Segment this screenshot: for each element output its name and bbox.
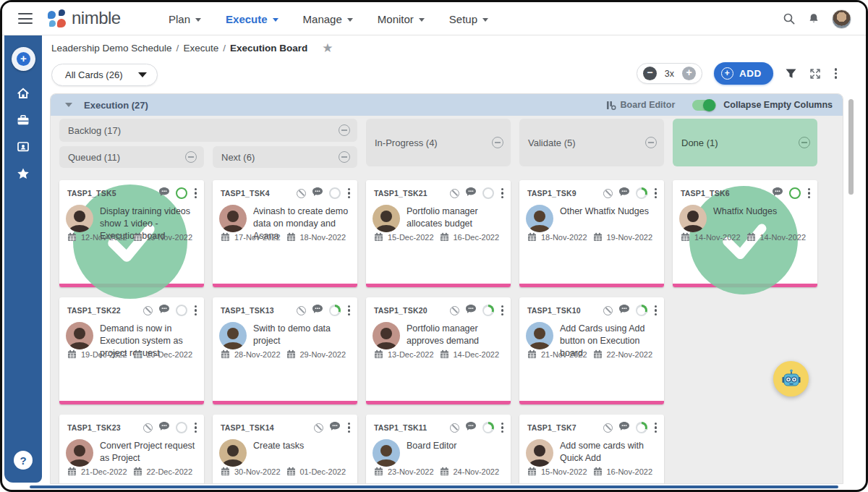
task-card[interactable]: TASP1_TSK14 Create tasks [213,415,357,484]
nav-menu-setup[interactable]: Setup [449,13,488,25]
filter-funnel-icon[interactable] [785,68,797,80]
add-card-button[interactable]: + ADD [714,62,773,85]
user-avatar[interactable] [832,9,851,29]
comment-icon[interactable] [158,421,170,434]
progress-ring-icon[interactable] [482,305,494,316]
robot-bot-icon[interactable] [773,361,809,396]
blocked-icon[interactable] [450,423,459,433]
card-menu-icon[interactable] [193,422,198,433]
blocked-icon[interactable] [603,306,613,315]
blocked-icon[interactable] [450,189,459,198]
blocked-icon[interactable] [603,189,613,198]
progress-ring-icon[interactable] [789,187,801,199]
kebab-menu-icon[interactable] [833,67,838,79]
collapse-empty-columns-toggle[interactable] [692,100,716,111]
nav-menu-manage[interactable]: Manage [303,13,353,25]
card-menu-icon[interactable] [500,305,505,316]
progress-ring-icon[interactable] [329,187,341,199]
progress-ring-icon[interactable] [329,305,341,316]
breadcrumb-item[interactable]: Execute [183,43,218,54]
collapse-caret-icon[interactable] [65,103,72,107]
help-icon[interactable]: ? [14,451,33,470]
vertical-scrollbar[interactable] [848,99,854,195]
comment-icon[interactable] [312,304,323,317]
column-header-next[interactable]: Next (6) [213,146,357,168]
task-card[interactable]: TASP1_TSK4 Avinash to creat [213,180,357,287]
progress-ring-icon[interactable] [176,422,187,433]
column-header-backlog[interactable]: Backlog (17) [59,119,357,142]
comment-icon[interactable] [158,187,170,200]
blocked-icon[interactable] [297,306,306,315]
home-icon[interactable] [16,86,30,101]
collapse-minus-icon[interactable] [645,137,657,148]
task-card[interactable]: TASP1_TSK6 Whatfix Nudges 14-Nov-2022 [673,180,817,287]
nav-menu-execute[interactable]: Execute [226,13,278,25]
board-editor-button[interactable]: Board Editor [605,100,676,111]
column-header-queued[interactable]: Queued (11) [59,146,204,168]
favorite-star-icon[interactable]: ★ [322,41,333,56]
card-menu-icon[interactable] [807,187,812,199]
collapse-minus-icon[interactable] [185,151,197,163]
progress-ring-icon[interactable] [176,187,187,199]
card-menu-icon[interactable] [653,305,658,316]
task-card[interactable]: TASP1_TSK22 Demand is now i [59,297,204,404]
comment-icon[interactable] [465,187,477,200]
comment-icon[interactable] [465,421,477,434]
task-card[interactable]: TASP1_TSK11 Board Editor 23- [366,415,511,484]
task-card[interactable]: TASP1_TSK21 Portfolio manager allocates … [366,180,511,287]
cards-filter-dropdown[interactable]: All Cards (26) [51,64,158,86]
favorites-star-icon[interactable] [16,166,30,181]
card-menu-icon[interactable] [346,305,352,316]
blocked-icon[interactable] [297,189,306,198]
briefcase-icon[interactable] [16,113,30,127]
comment-icon[interactable] [312,187,323,200]
sidebar-add-button[interactable]: + [12,47,35,71]
blocked-icon[interactable] [450,306,459,315]
column-header-validate[interactable]: Validate (5) [519,119,664,166]
card-menu-icon[interactable] [500,187,505,199]
progress-ring-icon[interactable] [636,422,647,433]
comment-icon[interactable] [618,187,630,200]
blocked-icon[interactable] [603,423,613,433]
collapse-minus-icon[interactable] [339,124,350,136]
task-card[interactable]: TASP1_TSK9 Other Whatfix Nudges [519,180,664,287]
collapse-minus-icon[interactable] [492,137,503,148]
task-card[interactable]: TASP1_TSK20 Portfolio manager approves d… [366,297,511,404]
collapse-minus-icon[interactable] [799,137,810,148]
card-menu-icon[interactable] [346,187,352,199]
card-menu-icon[interactable] [346,422,352,433]
bell-icon[interactable] [807,12,820,25]
blocked-icon[interactable] [314,423,323,433]
comment-icon[interactable] [329,421,341,434]
blocked-icon[interactable] [143,306,153,315]
task-card[interactable]: TASP1_TSK5 Display training videos show … [59,180,204,287]
card-menu-icon[interactable] [193,187,198,199]
expand-icon[interactable] [809,67,822,80]
brand-logo[interactable]: nimble [47,8,121,28]
comment-icon[interactable] [618,421,630,434]
progress-ring-icon[interactable] [176,305,187,316]
hamburger-icon[interactable] [18,13,33,24]
task-card[interactable]: TASP1_TSK7 Add some cards with Quick Add [519,415,664,484]
collapse-minus-icon[interactable] [339,151,350,163]
card-menu-icon[interactable] [653,187,658,199]
breadcrumb-item[interactable]: Leadership Demo Schedule [51,43,172,54]
task-card[interactable]: TASP1_TSK13 Swith to demo d [213,297,357,404]
progress-ring-icon[interactable] [636,305,647,316]
column-header-done[interactable]: Done (1) [673,119,817,166]
task-card[interactable]: TASP1_TSK10 Add Cards using Add button o… [519,297,664,404]
blocked-icon[interactable] [143,423,153,433]
column-header-in-progress[interactable]: In-Progress (4) [366,119,511,166]
task-card[interactable]: TASP1_TSK23 Convert Project [59,415,204,484]
minus-zoom-icon[interactable]: − [643,67,657,80]
comment-icon[interactable] [618,304,630,317]
progress-ring-icon[interactable] [482,422,494,433]
progress-ring-icon[interactable] [636,187,647,199]
plus-zoom-icon[interactable]: + [682,67,696,80]
nav-menu-monitor[interactable]: Monitor [378,13,425,25]
nav-menu-plan[interactable]: Plan [169,13,201,25]
workspace-icon[interactable] [16,140,30,154]
progress-ring-icon[interactable] [482,187,494,199]
search-icon[interactable] [783,12,796,25]
card-menu-icon[interactable] [193,305,198,316]
